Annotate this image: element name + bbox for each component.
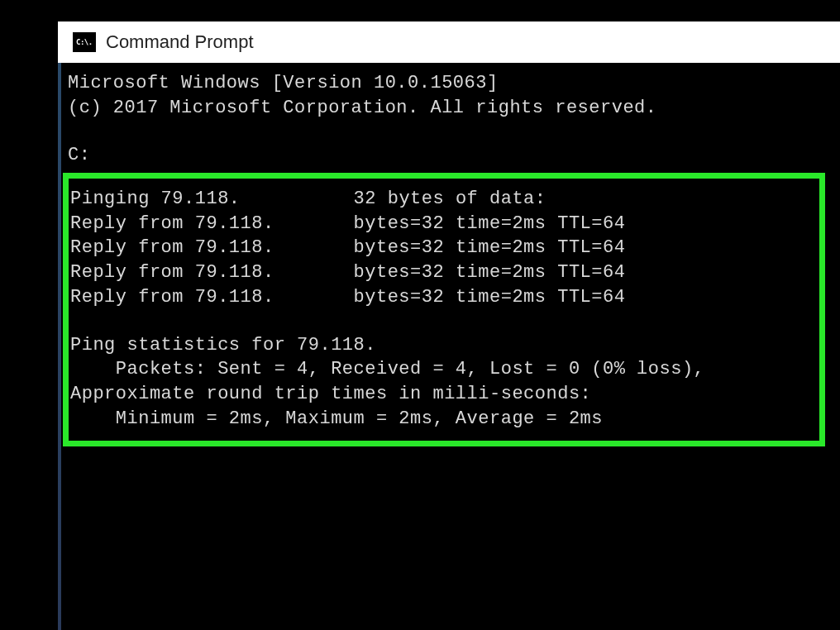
reply-line: Reply from 79.118. bytes=32 time=2ms TTL… (70, 260, 814, 285)
cmd-icon-text: C:\. (76, 38, 93, 46)
pinging-line: Pinging 79.118. 32 bytes of data: (70, 187, 814, 212)
reply-line: Reply from 79.118. bytes=32 time=2ms TTL… (70, 236, 814, 260)
stats-header: Ping statistics for 79.118. (70, 333, 814, 358)
cmd-icon: C:\. (73, 32, 96, 52)
window-title: Command Prompt (106, 31, 254, 53)
rtt-values: Minimum = 2ms, Maximum = 2ms, Average = … (70, 407, 814, 432)
ping-highlight-box: Pinging 79.118. 32 bytes of data: Reply … (63, 173, 825, 446)
window-left-border (58, 63, 61, 630)
window-titlebar[interactable]: C:\. Command Prompt (58, 21, 840, 63)
prompt-line: C: (68, 143, 840, 168)
rtt-header: Approximate round trip times in milli-se… (70, 382, 814, 407)
reply-line: Reply from 79.118. bytes=32 time=2ms TTL… (70, 285, 814, 310)
terminal-output[interactable]: Microsoft Windows [Version 10.0.15063] (… (64, 64, 840, 630)
packets-line: Packets: Sent = 4, Received = 4, Lost = … (70, 357, 814, 382)
reply-line: Reply from 79.118. bytes=32 time=2ms TTL… (70, 212, 814, 236)
copyright-line: (c) 2017 Microsoft Corporation. All righ… (68, 96, 840, 121)
version-line: Microsoft Windows [Version 10.0.15063] (68, 71, 840, 96)
